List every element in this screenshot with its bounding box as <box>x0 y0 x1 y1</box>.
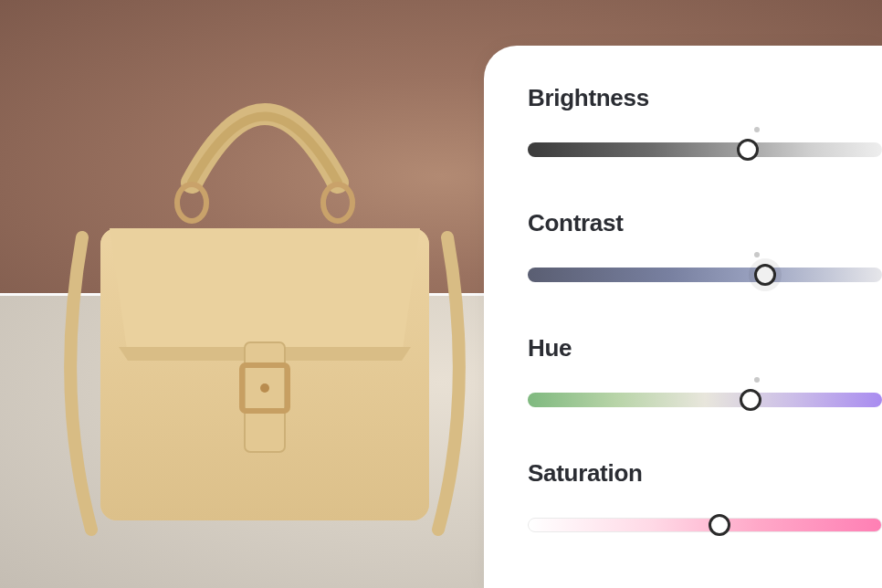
brightness-reset-marker[interactable] <box>754 127 760 132</box>
contrast-thumb[interactable] <box>754 264 776 286</box>
contrast-slider[interactable] <box>528 265 882 285</box>
contrast-track[interactable] <box>528 268 882 282</box>
brightness-slider[interactable] <box>528 140 882 160</box>
saturation-track[interactable] <box>528 518 882 532</box>
hue-control: Hue <box>528 334 882 410</box>
brightness-thumb[interactable] <box>737 139 759 161</box>
saturation-control: Saturation <box>528 459 882 535</box>
brightness-label: Brightness <box>528 84 882 112</box>
saturation-label: Saturation <box>528 459 882 488</box>
adjustments-panel: Brightness Contrast Hue Saturation <box>484 46 882 588</box>
brightness-control: Brightness <box>528 84 882 160</box>
contrast-label: Contrast <box>528 209 882 237</box>
hue-label: Hue <box>528 334 882 362</box>
contrast-reset-marker[interactable] <box>754 252 760 257</box>
hue-thumb[interactable] <box>740 389 761 411</box>
hue-track[interactable] <box>528 393 882 407</box>
saturation-thumb[interactable] <box>709 514 730 536</box>
hue-slider[interactable] <box>528 390 882 410</box>
saturation-slider[interactable] <box>528 515 882 535</box>
brightness-track[interactable] <box>528 142 882 157</box>
contrast-control: Contrast <box>528 209 882 285</box>
hue-reset-marker[interactable] <box>754 377 760 383</box>
